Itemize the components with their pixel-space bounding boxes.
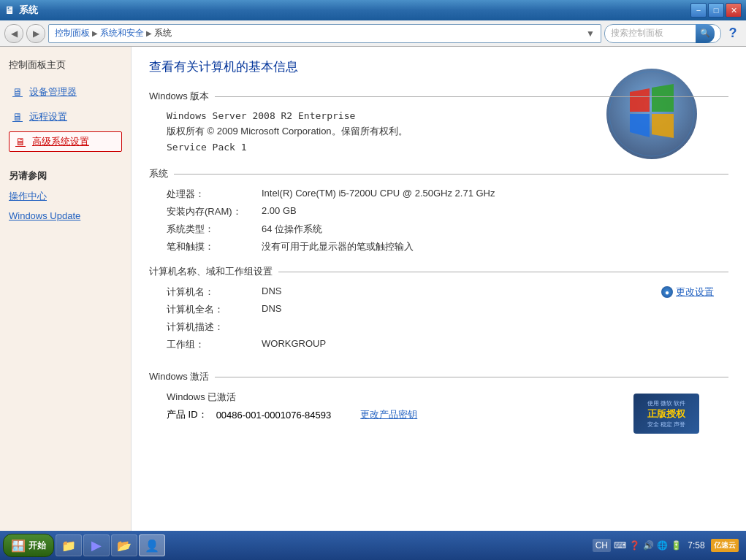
system-section-label: 系统 <box>149 167 168 180</box>
windows-logo <box>604 66 699 161</box>
taskbar-item-system[interactable]: 👤 <box>139 534 165 556</box>
sidebar-item-remote-settings[interactable]: 🖥 远程设置 <box>9 107 122 127</box>
change-settings-area: ● 更改设置 <box>661 285 728 299</box>
path-arrow-2: ▶ <box>146 29 152 37</box>
computer-name-value: DNS <box>262 285 281 299</box>
remote-settings-icon: 🖥 <box>10 110 25 124</box>
ram-row: 安装内存(RAM)： 2.00 GB <box>167 205 728 218</box>
minimize-button[interactable]: − <box>690 3 707 18</box>
content-area: 查看有关计算机的基本信息 Windows 版本 <box>132 47 746 531</box>
windows-section-label: Windows 版本 <box>149 90 209 103</box>
title-bar-text: 系统 <box>19 4 690 17</box>
computer-fullname-label: 计算机全名： <box>167 303 262 316</box>
computer-fullname-row: 计算机全名： DNS <box>167 303 661 316</box>
device-manager-icon: 🖥 <box>10 85 25 99</box>
pen-value: 没有可用于此显示器的笔或触控输入 <box>262 240 414 253</box>
computer-desc-row: 计算机描述： <box>167 321 661 334</box>
system-icon: 👤 <box>145 539 159 553</box>
system-info-block: 处理器： Intel(R) Core(TM) i5-7200U CPU @ 2.… <box>149 188 728 253</box>
auth-badge-top: 使用 微软 软件 <box>647 399 685 407</box>
folder-icon: 📂 <box>117 539 132 553</box>
main-window: 控制面板主页 🖥 设备管理器 🖥 远程设置 🖥 高级系统设置 另请参阅 操作中心… <box>0 47 746 531</box>
start-orb-icon: 🪟 <box>11 539 26 553</box>
computer-fullname-value: DNS <box>262 303 281 316</box>
language-indicator: CH <box>593 539 611 552</box>
path-dropdown-icon[interactable]: ▼ <box>586 28 595 39</box>
help-tray-icon: ❓ <box>629 540 640 551</box>
computer-name-row: 计算机名： DNS <box>167 285 661 299</box>
sidebar: 控制面板主页 🖥 设备管理器 🖥 远程设置 🖥 高级系统设置 另请参阅 操作中心… <box>0 47 132 531</box>
search-box: 搜索控制面板 🔍 <box>604 24 721 43</box>
search-label: 搜索控制面板 <box>611 27 699 39</box>
processor-label: 处理器： <box>167 188 262 201</box>
processor-row: 处理器： Intel(R) Core(TM) i5-7200U CPU @ 2.… <box>167 188 728 201</box>
computer-info-block: 计算机名： DNS 计算机全名： DNS 计算机描述： 工作组： WORKGRO… <box>149 285 661 356</box>
terminal-icon: ▶ <box>91 537 102 553</box>
sidebar-item-device-manager[interactable]: 🖥 设备管理器 <box>9 82 122 102</box>
workgroup-row: 工作组： WORKGROUP <box>167 338 661 351</box>
maximize-button[interactable]: □ <box>708 3 724 18</box>
sidebar-item-advanced-settings[interactable]: 🖥 高级系统设置 <box>9 131 122 152</box>
title-bar-icon: 🖥 <box>4 4 15 16</box>
activation-section-line <box>215 377 728 377</box>
network-icon: 🌐 <box>657 540 668 551</box>
processor-value: Intel(R) Core(TM) i5-7200U CPU @ 2.50GHz… <box>262 188 495 201</box>
battery-icon: 🔋 <box>671 540 682 551</box>
address-bar: ◀ ▶ 控制面板 ▶ 系统和安全 ▶ 系统 ▼ 搜索控制面板 🔍 ? <box>0 20 746 47</box>
windows-section-line <box>215 96 728 97</box>
close-button[interactable]: ✕ <box>726 3 742 18</box>
sidebar-item-label-remote-settings: 远程设置 <box>29 110 67 123</box>
ram-label: 安装内存(RAM)： <box>167 205 262 218</box>
change-key-button[interactable]: 更改产品密钥 <box>360 408 417 421</box>
pen-label: 笔和触摸： <box>167 240 262 253</box>
change-settings-label: 更改设置 <box>676 285 714 299</box>
product-id-value: 00486-001-0001076-84593 <box>216 410 332 421</box>
computer-desc-label: 计算机描述： <box>167 321 262 334</box>
system-type-value: 64 位操作系统 <box>262 223 322 236</box>
system-section-header: 系统 <box>149 167 728 180</box>
activation-section-header: Windows 激活 <box>149 370 728 383</box>
sidebar-title: 控制面板主页 <box>9 58 122 72</box>
pen-row: 笔和触摸： 没有可用于此显示器的笔或触控输入 <box>167 240 728 253</box>
also-see-title: 另请参阅 <box>9 169 122 183</box>
systray: CH ⌨ ❓ 🔊 🌐 🔋 7:58 亿速云 <box>588 539 743 552</box>
also-see-section: 另请参阅 操作中心 Windows Update <box>9 169 122 223</box>
start-button[interactable]: 🪟 开始 <box>3 534 54 557</box>
path-segment-2[interactable]: 系统和安全 <box>100 27 144 39</box>
taskbar-item-folder[interactable]: 📂 <box>111 534 137 556</box>
computer-info-row: 计算机名： DNS 计算机全名： DNS 计算机描述： 工作组： WORKGRO… <box>149 285 728 367</box>
system-section-line <box>174 174 728 174</box>
workgroup-value: WORKGROUP <box>262 338 326 351</box>
sidebar-item-label-advanced-settings: 高级系统设置 <box>32 135 89 148</box>
start-label: 开始 <box>28 540 46 552</box>
clock: 7:58 <box>685 540 708 551</box>
workgroup-label: 工作组： <box>167 338 262 351</box>
computer-section-header: 计算机名称、域和工作组设置 <box>149 265 728 278</box>
sidebar-item-action-center[interactable]: 操作中心 <box>9 188 122 204</box>
search-button[interactable]: 🔍 <box>696 24 715 43</box>
change-settings-icon: ● <box>661 286 673 298</box>
computer-section-line <box>278 272 728 272</box>
auth-badge-sub: 安全 稳定 声誉 <box>647 421 685 429</box>
taskbar: 🪟 开始 📁 ▶ 📂 👤 CH ⌨ ❓ 🔊 🌐 🔋 7:58 亿速云 <box>0 531 746 560</box>
volume-icon: 🔊 <box>643 540 654 551</box>
computer-name-label: 计算机名： <box>167 285 262 299</box>
help-button[interactable]: ? <box>724 25 742 42</box>
path-arrow-1: ▶ <box>92 29 98 37</box>
auth-badge-main: 正版授权 <box>647 407 685 421</box>
path-segment-3: 系统 <box>154 27 172 39</box>
forward-button[interactable]: ▶ <box>26 24 45 43</box>
path-segment-1[interactable]: 控制面板 <box>55 27 90 39</box>
taskbar-item-explorer[interactable]: 📁 <box>56 534 82 556</box>
sidebar-item-windows-update[interactable]: Windows Update <box>9 209 122 223</box>
address-path[interactable]: 控制面板 ▶ 系统和安全 ▶ 系统 ▼ <box>48 24 601 43</box>
back-button[interactable]: ◀ <box>4 24 23 43</box>
ram-value: 2.00 GB <box>262 205 297 218</box>
auth-badge: 使用 微软 软件 正版授权 安全 稳定 声誉 <box>633 394 699 434</box>
explorer-icon: 📁 <box>61 539 76 553</box>
product-id-label: 产品 ID： <box>167 408 208 421</box>
change-settings-button[interactable]: ● 更改设置 <box>661 285 714 299</box>
taskbar-item-terminal[interactable]: ▶ <box>83 534 110 556</box>
brand-badge: 亿速云 <box>711 539 739 552</box>
keyboard-icon: ⌨ <box>614 540 626 551</box>
